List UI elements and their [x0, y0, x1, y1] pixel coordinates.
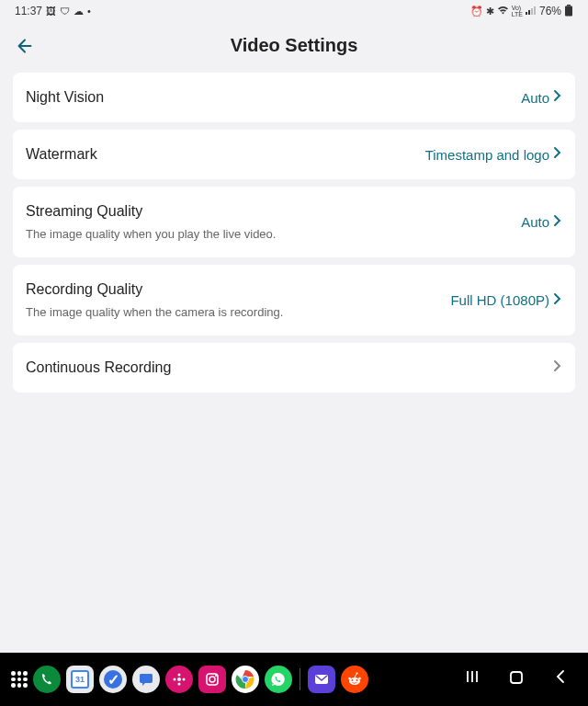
- chevron-right-icon: [553, 214, 562, 231]
- battery-percent: 76%: [539, 5, 561, 17]
- nav-recent[interactable]: [463, 669, 481, 689]
- svg-point-22: [358, 678, 361, 680]
- apps-button[interactable]: [11, 671, 28, 688]
- page-title: Video Settings: [15, 35, 573, 56]
- svg-rect-2: [531, 8, 533, 15]
- svg-rect-3: [534, 6, 536, 15]
- setting-value: Timestamp and logo: [425, 147, 549, 163]
- status-bar: 11:37 🖼 🛡 ☁ • ⏰ ✱ Vo)LTE 76%: [0, 0, 588, 22]
- setting-value: Auto: [521, 90, 549, 106]
- dock-app-chrome[interactable]: [232, 666, 259, 693]
- chevron-right-icon: [553, 359, 562, 376]
- bluetooth-icon: ✱: [486, 6, 494, 17]
- dock: 31 ✓: [0, 653, 588, 706]
- dock-app-tasks[interactable]: ✓: [99, 666, 127, 693]
- svg-point-21: [348, 678, 351, 680]
- svg-rect-5: [565, 6, 572, 16]
- setting-sublabel: The image quality when you play the live…: [26, 227, 521, 241]
- svg-point-23: [356, 673, 358, 675]
- cloud-icon: ☁: [74, 6, 84, 17]
- dock-app-gallery[interactable]: [165, 666, 193, 693]
- nav-back[interactable]: [551, 669, 570, 689]
- svg-point-6: [177, 678, 181, 681]
- svg-rect-1: [528, 10, 530, 15]
- volte-icon: Vo)LTE: [512, 5, 523, 17]
- setting-label: Continuous Recording: [26, 359, 553, 376]
- setting-recording-quality[interactable]: Recording Quality The image quality when…: [13, 265, 575, 336]
- svg-point-20: [356, 679, 358, 681]
- svg-point-9: [174, 678, 176, 681]
- chevron-right-icon: [553, 89, 562, 106]
- dock-app-mail[interactable]: [308, 666, 335, 693]
- svg-point-10: [183, 678, 186, 681]
- battery-icon: [564, 5, 573, 18]
- svg-rect-27: [511, 672, 522, 683]
- alarm-icon: ⏰: [470, 6, 483, 17]
- dot-icon: •: [87, 6, 91, 17]
- setting-label: Streaming Quality: [26, 203, 521, 220]
- dock-app-whatsapp[interactable]: [265, 666, 292, 693]
- setting-label: Watermark: [26, 146, 425, 163]
- svg-point-13: [215, 675, 217, 677]
- svg-point-7: [178, 674, 181, 677]
- header: Video Settings: [0, 22, 588, 73]
- image-icon: 🖼: [46, 6, 56, 17]
- chevron-right-icon: [553, 146, 562, 163]
- nav-home[interactable]: [507, 669, 526, 689]
- setting-value: Full HD (1080P): [450, 292, 549, 308]
- setting-sublabel: The image quality when the camera is rec…: [26, 305, 450, 319]
- setting-watermark[interactable]: Watermark Timestamp and logo: [13, 130, 575, 179]
- status-time: 11:37: [15, 5, 42, 17]
- wifi-icon: [497, 6, 509, 17]
- svg-point-18: [349, 678, 360, 685]
- dock-divider: [300, 668, 300, 690]
- signal-icon: [526, 6, 537, 17]
- dock-app-instagram[interactable]: [198, 666, 226, 693]
- shield-icon: 🛡: [60, 6, 70, 17]
- setting-streaming-quality[interactable]: Streaming Quality The image quality when…: [13, 187, 575, 257]
- setting-night-vision[interactable]: Night Vision Auto: [13, 73, 575, 122]
- dock-app-phone[interactable]: [33, 666, 61, 693]
- setting-value: Auto: [521, 214, 549, 230]
- dock-app-calendar[interactable]: 31: [66, 666, 94, 693]
- svg-rect-4: [567, 5, 571, 6]
- back-button[interactable]: [15, 36, 35, 56]
- svg-point-16: [243, 677, 249, 683]
- settings-list: Night Vision Auto Watermark Timestamp an…: [0, 73, 588, 393]
- svg-point-8: [178, 683, 181, 686]
- svg-point-12: [209, 677, 215, 682]
- dock-app-reddit[interactable]: [341, 666, 368, 693]
- svg-rect-0: [526, 12, 527, 15]
- setting-label: Night Vision: [26, 89, 521, 106]
- chevron-right-icon: [553, 292, 562, 309]
- setting-label: Recording Quality: [26, 281, 450, 298]
- setting-continuous-recording[interactable]: Continuous Recording: [13, 343, 575, 393]
- svg-point-19: [352, 679, 354, 681]
- dock-app-messages[interactable]: [132, 666, 160, 693]
